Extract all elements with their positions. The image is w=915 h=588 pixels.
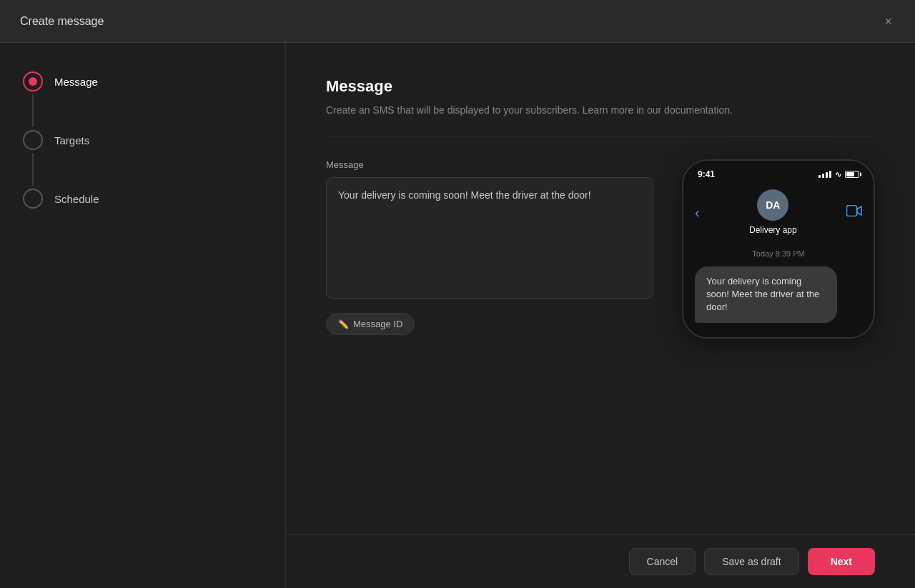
message-preview-row: Message ✏️ Message ID 9:41 <box>326 159 875 339</box>
section-desc: Create an SMS that will be displayed to … <box>326 104 875 116</box>
avatar: DA <box>757 189 788 221</box>
step-label-targets: Targets <box>54 134 89 146</box>
step-connector-2 <box>32 150 262 189</box>
back-icon: ‹ <box>695 204 700 221</box>
step-circle-schedule <box>23 189 43 209</box>
content-area: Message Create an SMS that will be displ… <box>286 43 915 534</box>
save-draft-button[interactable]: Save as draft <box>704 548 799 575</box>
modal-title: Create message <box>20 15 104 28</box>
phone-time: 9:41 <box>698 169 715 179</box>
main-content: Message Create an SMS that will be displ… <box>286 43 915 588</box>
close-button[interactable]: × <box>881 12 895 31</box>
message-column: Message ✏️ Message ID <box>326 159 653 335</box>
sidebar-item-schedule[interactable]: Schedule <box>23 189 262 209</box>
message-bubble: Your delivery is coming soon! Meet the d… <box>695 266 837 323</box>
sidebar-item-targets[interactable]: Targets <box>23 130 262 150</box>
sidebar: Message Targets <box>0 43 286 588</box>
section-title: Message <box>326 77 875 96</box>
video-call-icon <box>846 205 862 220</box>
next-button[interactable]: Next <box>808 548 875 575</box>
phone-messages: Today 8:39 PM Your delivery is coming so… <box>683 244 874 337</box>
create-message-modal: Create message × Message <box>0 0 915 588</box>
modal-header: Create message × <box>0 0 915 43</box>
signal-bars-icon <box>818 171 831 178</box>
step-label-message: Message <box>54 76 98 88</box>
phone-status-bar: 9:41 ∿ <box>683 161 874 184</box>
cancel-button[interactable]: Cancel <box>629 548 696 575</box>
contact-name: Delivery app <box>749 225 797 235</box>
phone-preview: 9:41 ∿ <box>682 159 875 339</box>
message-timestamp: Today 8:39 PM <box>695 249 862 258</box>
message-input[interactable] <box>326 177 653 299</box>
modal-footer: Cancel Save as draft Next <box>286 534 915 588</box>
phone-frame: 9:41 ∿ <box>682 159 875 339</box>
step-circle-targets <box>23 130 43 150</box>
step-connector-1 <box>32 91 262 130</box>
contact-info: DA Delivery app <box>749 189 797 235</box>
message-id-label: Message ID <box>353 319 402 329</box>
step-circle-message <box>23 71 43 91</box>
step-label-schedule: Schedule <box>54 193 99 205</box>
svg-rect-0 <box>847 205 857 216</box>
message-id-button[interactable]: ✏️ Message ID <box>326 313 415 335</box>
status-right: ∿ <box>818 170 859 179</box>
pencil-icon: ✏️ <box>338 319 349 329</box>
wifi-icon: ∿ <box>835 170 841 179</box>
content-divider <box>326 136 875 136</box>
modal-body: Message Targets <box>0 43 915 588</box>
step-list: Message Targets <box>23 71 262 209</box>
battery-icon <box>845 171 859 178</box>
sidebar-item-message[interactable]: Message <box>23 71 262 91</box>
phone-nav: ‹ DA Delivery app <box>683 184 874 244</box>
field-label-message: Message <box>326 159 653 170</box>
